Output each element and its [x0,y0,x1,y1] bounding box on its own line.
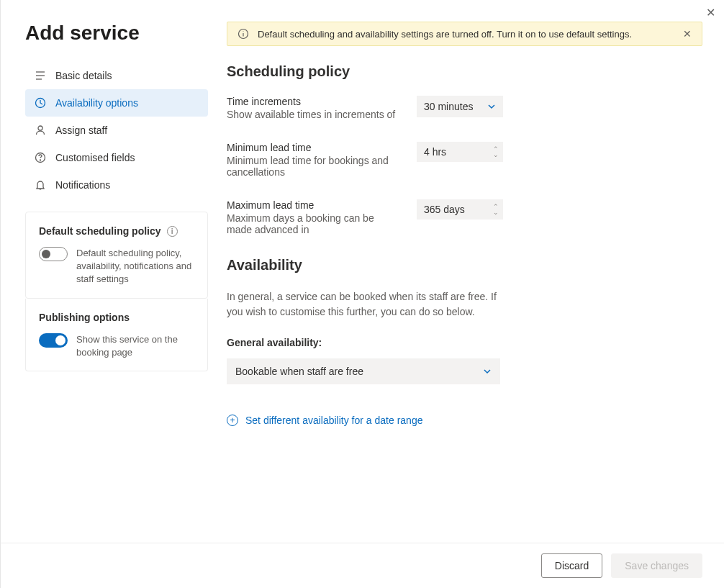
banner-text: Default scheduling and availability sett… [258,29,674,40]
set-date-range-link[interactable]: + Set different availability for a date … [227,415,702,426]
nav-label: Basic details [55,70,112,81]
chevron-down-icon [483,367,492,376]
plus-circle-icon: + [227,415,238,426]
nav-customised-fields[interactable]: Customised fields [25,144,208,171]
select-value: 30 minutes [424,101,473,112]
banner-close-icon[interactable]: ✕ [683,28,692,40]
min-lead-label: Minimum lead time [227,142,399,153]
nav-assign-staff[interactable]: Assign staff [25,117,208,144]
spinner-down-icon[interactable]: ⌄ [493,209,499,215]
min-lead-spinner[interactable]: 4 hrs ⌃ ⌄ [417,142,503,162]
info-icon[interactable]: i [167,226,178,237]
max-lead-label: Maximum lead time [227,199,399,211]
default-policy-toggle[interactable] [39,247,68,261]
page-title: Add service [25,22,208,45]
default-policy-desc: Default scheduling policy, availability,… [76,247,194,286]
availability-heading: Availability [227,257,702,273]
nav-basic-details[interactable]: Basic details [25,62,208,89]
max-lead-sub: Maximum days a booking can be made advan… [227,212,399,235]
general-availability-select[interactable]: Bookable when staff are free [227,358,500,384]
general-availability-label: General availability: [227,337,702,348]
discard-button[interactable]: Discard [541,553,602,578]
bell-icon [34,178,47,191]
publishing-options-card: Publishing options Show this service on … [25,299,208,371]
publishing-toggle[interactable] [39,333,68,348]
question-icon [34,151,47,164]
default-scheduling-policy-card: Default scheduling policy i Default sche… [25,212,208,299]
nav-label: Customised fields [55,152,135,163]
link-text: Set different availability for a date ra… [245,415,422,426]
list-icon [34,69,47,82]
save-changes-button: Save changes [611,553,702,578]
chevron-down-icon [487,102,496,111]
nav-label: Availability options [55,97,138,109]
clock-icon [34,96,47,109]
spinner-down-icon[interactable]: ⌄ [493,152,499,158]
spinner-value: 4 hrs [424,146,446,158]
nav-label: Notifications [55,179,110,191]
dialog-close-icon[interactable]: ✕ [706,6,715,19]
spinner-value: 365 days [424,204,465,215]
person-icon [34,124,47,137]
nav-notifications[interactable]: Notifications [25,171,208,199]
availability-desc: In general, a service can be booked when… [227,289,500,320]
time-increments-label: Time increments [227,96,399,107]
publishing-desc: Show this service on the booking page [76,333,194,359]
svg-point-6 [40,160,41,160]
select-value: Bookable when staff are free [235,366,363,377]
footer: Discard Save changes [1,543,724,588]
info-icon [237,28,249,40]
nav-availability-options[interactable]: Availability options [25,89,208,117]
time-increments-select[interactable]: 30 minutes [417,96,503,117]
card-title: Publishing options [39,312,130,323]
min-lead-sub: Minimum lead time for bookings and cance… [227,155,399,178]
svg-point-4 [38,126,42,130]
scheduling-policy-heading: Scheduling policy [227,63,702,80]
max-lead-spinner[interactable]: 365 days ⌃ ⌄ [417,199,503,220]
card-title: Default scheduling policy [39,225,161,237]
nav-label: Assign staff [55,125,107,136]
time-increments-sub: Show available times in increments of [227,109,399,120]
warning-banner: Default scheduling and availability sett… [227,22,702,46]
